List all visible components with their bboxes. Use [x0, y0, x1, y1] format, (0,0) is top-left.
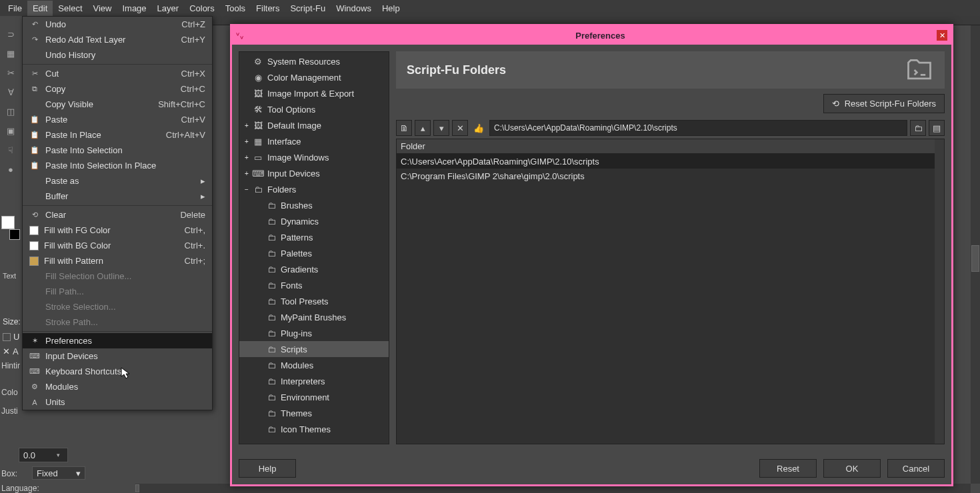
folder-list-scrollbar[interactable]: [935, 139, 944, 444]
menu-item-paste-in-place[interactable]: 📋Paste In PlaceCtrl+Alt+V: [23, 127, 212, 143]
menu-image[interactable]: Image: [117, 1, 151, 16]
browse-button[interactable]: 🗀: [910, 120, 926, 136]
expand-icon[interactable]: +: [242, 138, 251, 145]
menu-item-undo[interactable]: ↶UndoCtrl+Z: [23, 17, 212, 32]
tool-rect-select-icon[interactable]: ▦: [1, 44, 20, 63]
expand-icon[interactable]: +: [242, 170, 251, 177]
delete-folder-button[interactable]: ✕: [452, 120, 468, 136]
menu-item-paste-into-selection-in-place[interactable]: 📋Paste Into Selection In Place: [23, 158, 212, 173]
menu-item-keyboard-shortcuts[interactable]: ⌨Keyboard Shortcuts: [23, 364, 212, 379]
folder-row[interactable]: C:\Program Files\GIMP 2\share\gimp\2.0\s…: [397, 169, 944, 183]
menu-icon: A: [29, 397, 40, 408]
menu-view[interactable]: View: [88, 1, 117, 16]
move-up-button[interactable]: ▴: [415, 120, 431, 136]
menu-item-fill-with-fg-color[interactable]: Fill with FG ColorCtrl+,: [23, 223, 212, 238]
foreground-color[interactable]: [1, 216, 15, 229]
tree-item-patterns[interactable]: 🗀Patterns: [239, 229, 389, 245]
tool-measure-icon[interactable]: ∀: [1, 83, 20, 101]
tree-item-modules[interactable]: 🗀Modules: [239, 357, 389, 373]
menu-item-buffer[interactable]: Buffer▸: [23, 189, 212, 204]
tree-item-image-import-export[interactable]: 🖼Image Import & Export: [239, 85, 389, 101]
indent-spinner[interactable]: 0.0▾: [19, 448, 68, 462]
apply-path-button[interactable]: ▤: [929, 120, 945, 136]
color-swatches[interactable]: [1, 216, 20, 243]
tree-item-image-windows[interactable]: +▭Image Windows: [239, 149, 389, 165]
menu-filters[interactable]: Filters: [251, 1, 285, 16]
tree-item-mypaint-brushes[interactable]: 🗀MyPaint Brushes: [239, 309, 389, 325]
cancel-button[interactable]: Cancel: [887, 459, 945, 478]
tool-bucket-icon[interactable]: ▣: [1, 121, 20, 140]
menu-colors[interactable]: Colors: [184, 1, 220, 16]
reset-folders-button[interactable]: ⟲ Reset Script-Fu Folders: [823, 94, 945, 113]
menu-layer[interactable]: Layer: [152, 1, 185, 16]
menu-windows[interactable]: Windows: [331, 1, 377, 16]
spin-arrows-icon[interactable]: ▾: [53, 452, 63, 458]
tree-item-tool-options[interactable]: 🛠Tool Options: [239, 101, 389, 117]
tree-item-input-devices[interactable]: +⌨Input Devices: [239, 165, 389, 181]
tree-item-icon-themes[interactable]: 🗀Icon Themes: [239, 421, 389, 437]
menu-file[interactable]: File: [3, 1, 27, 16]
menu-item-preferences[interactable]: ✶Preferences: [23, 333, 212, 348]
tool-scissors-icon[interactable]: ✂: [1, 63, 20, 82]
tree-item-brushes[interactable]: 🗀Brushes: [239, 197, 389, 213]
tree-item-folders[interactable]: −🗀Folders: [239, 181, 389, 197]
tree-item-tool-presets[interactable]: 🗀Tool Presets: [239, 293, 389, 309]
menu-item-units[interactable]: AUnits: [23, 394, 212, 410]
folder-row[interactable]: C:\Users\Acer\AppData\Roaming\GIMP\2.10\…: [397, 154, 944, 169]
background-color[interactable]: [9, 229, 20, 240]
tree-item-palettes[interactable]: 🗀Palettes: [239, 245, 389, 261]
tool-transform-icon[interactable]: ◫: [1, 102, 20, 121]
menu-help[interactable]: Help: [377, 1, 405, 16]
ok-button[interactable]: OK: [823, 459, 881, 478]
tool-free-select-icon[interactable]: ⊃: [1, 25, 20, 43]
menu-item-undo-history[interactable]: Undo History: [23, 47, 212, 63]
tree-item-environment[interactable]: 🗀Environment: [239, 389, 389, 405]
menu-item-clear[interactable]: ⟲ClearDelete: [23, 207, 212, 223]
tree-item-themes[interactable]: 🗀Themes: [239, 405, 389, 421]
tree-item-plug-ins[interactable]: 🗀Plug-ins: [239, 325, 389, 341]
expand-icon[interactable]: +: [242, 154, 251, 161]
menu-item-modules[interactable]: ⚙Modules: [23, 379, 212, 394]
menu-item-copy[interactable]: ⧉CopyCtrl+C: [23, 81, 212, 97]
antialias-checkbox[interactable]: ✕A: [0, 345, 21, 358]
scrollbar-vertical[interactable]: [971, 25, 980, 484]
use-editor-checkbox[interactable]: U: [0, 330, 22, 343]
tree-item-fonts[interactable]: 🗀Fonts: [239, 277, 389, 293]
tree-item-color-management[interactable]: ◉Color Management: [239, 69, 389, 85]
menu-item-fill-with-bg-color[interactable]: Fill with BG ColorCtrl+.: [23, 238, 212, 253]
tree-item-dynamics[interactable]: 🗀Dynamics: [239, 213, 389, 229]
menu-item-cut[interactable]: ✂CutCtrl+X: [23, 66, 212, 81]
menu-item-redo-add-text-layer[interactable]: ↷Redo Add Text LayerCtrl+Y: [23, 32, 212, 47]
move-down-button[interactable]: ▾: [433, 120, 449, 136]
menu-item-paste[interactable]: 📋PasteCtrl+V: [23, 112, 212, 127]
folder-path-input[interactable]: [489, 120, 907, 136]
tree-item-gradients[interactable]: 🗀Gradients: [239, 261, 389, 277]
menu-item-copy-visible[interactable]: Copy VisibleShift+Ctrl+C: [23, 97, 212, 112]
menu-script-fu[interactable]: Script-Fu: [285, 1, 331, 16]
tree-item-default-image[interactable]: +🖼Default Image: [239, 117, 389, 133]
expand-icon[interactable]: −: [242, 186, 251, 193]
reset-button[interactable]: Reset: [759, 459, 817, 478]
tool-ink-icon[interactable]: ●: [1, 160, 20, 179]
tree-item-interpreters[interactable]: 🗀Interpreters: [239, 373, 389, 389]
new-folder-button[interactable]: 🗎: [396, 120, 412, 136]
close-button[interactable]: ✕: [937, 30, 947, 41]
menu-edit[interactable]: Edit: [27, 1, 53, 16]
preferences-tree[interactable]: ⚙System Resources◉Color Management🖼Image…: [239, 51, 389, 444]
tree-item-system-resources[interactable]: ⚙System Resources: [239, 53, 389, 69]
menu-item-paste-into-selection[interactable]: 📋Paste Into Selection: [23, 143, 212, 158]
menu-item-paste-as[interactable]: Paste as▸: [23, 173, 212, 189]
preferences-titlebar[interactable]: ᵛᵥ Preferences ✕: [232, 26, 951, 45]
menu-item-fill-with-pattern[interactable]: Fill with PatternCtrl+;: [23, 253, 212, 268]
tree-item-interface[interactable]: +▦Interface: [239, 133, 389, 149]
box-select[interactable]: Fixed▾: [32, 466, 85, 480]
folder-list[interactable]: Folder C:\Users\Acer\AppData\Roaming\GIM…: [396, 139, 945, 444]
help-button[interactable]: Help: [239, 459, 296, 478]
tree-item-scripts[interactable]: 🗀Scripts: [239, 341, 389, 357]
tool-smudge-icon[interactable]: ☟: [1, 141, 20, 159]
folder-column-header[interactable]: Folder: [397, 139, 944, 154]
expand-icon[interactable]: +: [242, 122, 251, 129]
menu-tools[interactable]: Tools: [220, 1, 251, 16]
menu-item-input-devices[interactable]: ⌨Input Devices: [23, 348, 212, 364]
menu-select[interactable]: Select: [53, 1, 87, 16]
